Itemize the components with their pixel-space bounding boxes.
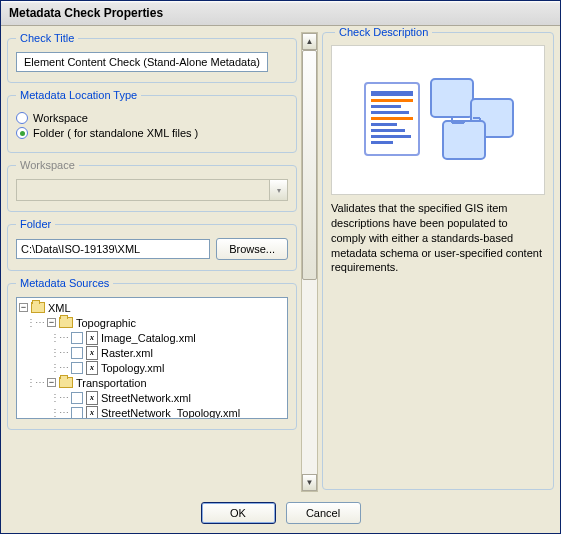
radio-icon — [16, 127, 28, 139]
workspace-combo: ▾ — [16, 179, 288, 201]
checkbox[interactable] — [71, 362, 83, 374]
checkbox[interactable] — [71, 347, 83, 359]
xml-file-icon: x — [86, 391, 98, 405]
svg-rect-7 — [371, 129, 405, 132]
folder-path-field[interactable] — [16, 239, 210, 259]
svg-rect-1 — [371, 91, 413, 96]
xml-file-icon: x — [86, 406, 98, 420]
window-title: Metadata Check Properties — [1, 1, 560, 26]
tree-item[interactable]: ⋮⋯ x Topology.xml — [19, 360, 285, 375]
radio-workspace-label: Workspace — [33, 112, 88, 124]
scroll-thumb[interactable] — [302, 50, 317, 280]
ok-button[interactable]: OK — [201, 502, 276, 524]
svg-rect-8 — [371, 135, 411, 138]
tree-folder[interactable]: ⋮⋯ − Transportation — [19, 375, 285, 390]
folder-legend: Folder — [16, 218, 55, 230]
tree-item-label: Topology.xml — [101, 362, 164, 374]
folder-icon — [59, 317, 73, 328]
tree-item-label: Raster.xml — [101, 347, 153, 359]
tree-folder-label: Transportation — [76, 377, 147, 389]
tree-root-label: XML — [48, 302, 71, 314]
radio-folder[interactable]: Folder ( for standalone XML files ) — [16, 127, 288, 139]
tree-item[interactable]: ⋮⋯ x StreetNetwork.xml — [19, 390, 285, 405]
radio-folder-label: Folder ( for standalone XML files ) — [33, 127, 198, 139]
tree-item-label: Image_Catalog.xml — [101, 332, 196, 344]
xml-file-icon: x — [86, 331, 98, 345]
svg-rect-5 — [371, 117, 413, 120]
description-illustration — [331, 45, 545, 195]
tree-folder[interactable]: ⋮⋯ − Topographic — [19, 315, 285, 330]
tree-item-label: StreetNetwork_Topology.xml — [101, 407, 240, 419]
xml-file-icon: x — [86, 361, 98, 375]
xml-file-icon: x — [86, 346, 98, 360]
cancel-button[interactable]: Cancel — [286, 502, 361, 524]
folder-icon — [59, 377, 73, 388]
svg-rect-3 — [371, 105, 401, 108]
browse-button[interactable]: Browse... — [216, 238, 288, 260]
svg-rect-2 — [371, 99, 413, 102]
check-title-field[interactable] — [16, 52, 268, 72]
check-description-legend: Check Description — [335, 26, 432, 38]
svg-rect-6 — [371, 123, 397, 126]
tree-root[interactable]: − XML — [19, 300, 285, 315]
metadata-sources-group: Metadata Sources − XML ⋮⋯ − Topographic … — [7, 277, 297, 430]
folder-group: Folder Browse... — [7, 218, 297, 271]
workspace-legend: Workspace — [16, 159, 79, 171]
tree-item[interactable]: ⋮⋯ x Image_Catalog.xml — [19, 330, 285, 345]
collapse-icon[interactable]: − — [19, 303, 28, 312]
radio-workspace[interactable]: Workspace — [16, 112, 288, 124]
scroll-track[interactable] — [302, 50, 317, 474]
dialog-footer: OK Cancel — [1, 498, 560, 532]
check-title-legend: Check Title — [16, 32, 78, 44]
checkbox[interactable] — [71, 392, 83, 404]
collapse-icon[interactable]: − — [47, 378, 56, 387]
collapse-icon[interactable]: − — [47, 318, 56, 327]
checkbox[interactable] — [71, 332, 83, 344]
metadata-sources-legend: Metadata Sources — [16, 277, 113, 289]
folder-icon — [31, 302, 45, 313]
tree-item[interactable]: ⋮⋯ x Raster.xml — [19, 345, 285, 360]
check-title-group: Check Title — [7, 32, 297, 83]
svg-rect-4 — [371, 111, 409, 114]
metadata-illustration-icon — [353, 65, 523, 175]
location-type-legend: Metadata Location Type — [16, 89, 141, 101]
chevron-down-icon: ▾ — [270, 179, 288, 201]
svg-rect-10 — [431, 79, 473, 117]
svg-rect-12 — [443, 121, 485, 159]
sources-tree[interactable]: − XML ⋮⋯ − Topographic ⋮⋯ x Image_Catalo… — [16, 297, 288, 419]
svg-rect-9 — [371, 141, 393, 144]
tree-item[interactable]: ⋮⋯ x StreetNetwork_Topology.xml — [19, 405, 285, 419]
location-type-group: Metadata Location Type Workspace Folder … — [7, 89, 297, 153]
radio-icon — [16, 112, 28, 124]
workspace-group: Workspace ▾ — [7, 159, 297, 212]
scroll-up-icon[interactable]: ▲ — [302, 33, 317, 50]
vertical-scrollbar[interactable]: ▲ ▼ — [301, 32, 318, 492]
check-description-text: Validates that the specified GIS item de… — [331, 201, 545, 275]
tree-folder-label: Topographic — [76, 317, 136, 329]
scroll-down-icon[interactable]: ▼ — [302, 474, 317, 491]
tree-item-label: StreetNetwork.xml — [101, 392, 191, 404]
check-description-group: Check Description — [322, 32, 554, 490]
checkbox[interactable] — [71, 407, 83, 419]
